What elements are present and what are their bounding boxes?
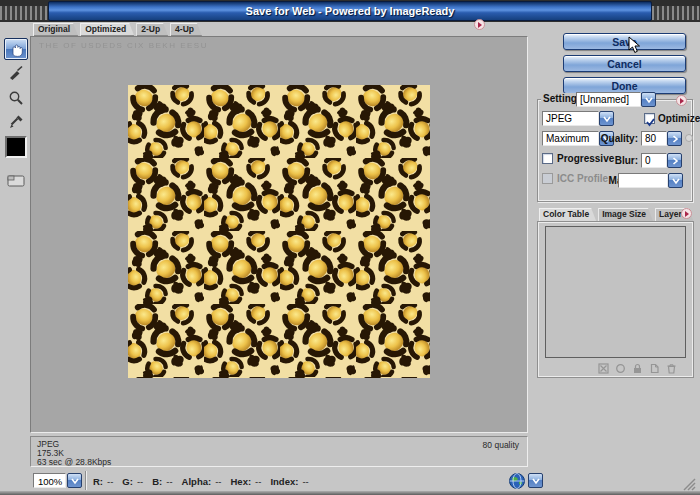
progressive-checkbox[interactable] [542, 153, 553, 164]
compression-field[interactable]: Maximum [542, 131, 599, 146]
watermark-text: THE OF USDEDS CIX BEKH EESU [39, 41, 208, 50]
chevron-right-icon [670, 134, 680, 144]
readout-label-alpha: Alpha: [182, 476, 212, 487]
quality-field[interactable]: 80 [641, 131, 667, 146]
chevron-down-icon [531, 476, 541, 486]
slice-select-tool-button[interactable] [4, 62, 28, 84]
palette-menu-button[interactable] [681, 208, 692, 219]
cursor-arrow-icon [628, 36, 642, 54]
zoom-level-dropdown-button[interactable] [67, 473, 82, 488]
settings-menu-button[interactable] [676, 95, 687, 106]
web-shift-icon[interactable] [615, 363, 626, 374]
window-frame: Save for Web - Powered by ImageReady [0, 0, 700, 22]
menu-arrow-icon [680, 98, 684, 104]
color-readout-bar: R:-- G:-- B:-- Alpha:-- Hex:-- Index:-- [93, 476, 309, 487]
view-tab-row: Original Optimized 2-Up 4-Up [33, 23, 202, 36]
zoom-tool-button[interactable] [4, 87, 28, 109]
chevron-down-icon [671, 176, 681, 186]
fill-color-swatch[interactable] [5, 136, 27, 158]
format-dropdown-button[interactable] [599, 111, 614, 126]
eyedropper-icon [8, 114, 24, 130]
window-grip-right [652, 6, 700, 20]
status-quality: 80 quality [483, 440, 519, 450]
checkmark-icon [645, 117, 656, 128]
color-table-area[interactable] [545, 226, 686, 358]
readout-label-g: G: [122, 476, 133, 487]
readout-value-b: -- [166, 476, 172, 487]
bottom-bar-divider [85, 471, 87, 490]
quality-slider-button[interactable] [667, 131, 682, 146]
icc-profile-checkbox [542, 173, 553, 184]
preview-menu-button[interactable] [474, 19, 485, 30]
matte-dropdown-button[interactable] [668, 173, 683, 188]
readout-value-index: -- [302, 476, 308, 487]
quality-label: Quality: [596, 133, 638, 144]
chevron-down-icon [644, 95, 654, 105]
color-table-toolbar [598, 363, 677, 374]
blur-slider-button[interactable] [667, 153, 682, 168]
settings-group: Settings: [Unnamed] JPEG Optimized Maxim… [537, 99, 693, 202]
menu-arrow-icon [478, 22, 482, 28]
window-title: Save for Web - Powered by ImageReady [246, 5, 455, 17]
toggle-slices-button[interactable] [4, 170, 28, 192]
optimized-label: Optimized [658, 113, 700, 124]
tab-optimized[interactable]: Optimized [80, 23, 134, 36]
readout-label-b: B: [152, 476, 162, 487]
delete-color-icon[interactable] [666, 363, 677, 374]
chevron-down-icon [602, 114, 612, 124]
web-snap-icon[interactable] [598, 363, 609, 374]
readout-label-index: Index: [270, 476, 298, 487]
eyedropper-tool-button[interactable] [4, 111, 28, 133]
chevron-right-icon [670, 156, 680, 166]
zoom-level-field[interactable]: 100% [33, 473, 66, 488]
readout-label-hex: Hex: [231, 476, 252, 487]
quality-option-icon [685, 134, 693, 142]
hand-icon [8, 41, 24, 57]
slice-select-icon [8, 65, 24, 81]
readout-value-hex: -- [255, 476, 261, 487]
resize-grip-icon [678, 473, 696, 491]
matte-field[interactable] [618, 173, 668, 188]
readout-value-alpha: -- [215, 476, 221, 487]
readout-value-r: -- [107, 476, 113, 487]
tab-image-size[interactable]: Image Size [598, 208, 653, 221]
settings-preset-field[interactable]: [Unnamed] [576, 92, 641, 107]
window-grip-left [0, 6, 48, 20]
tab-4up[interactable]: 4-Up [170, 23, 202, 36]
save-button[interactable]: Save [563, 33, 686, 50]
tab-2up[interactable]: 2-Up [136, 23, 168, 36]
menu-arrow-icon [685, 211, 689, 217]
window-bottom-edge [0, 491, 700, 495]
blur-field[interactable]: 0 [641, 153, 667, 168]
chevron-down-icon [70, 476, 80, 486]
tab-color-table[interactable]: Color Table [539, 208, 596, 221]
optimized-checkbox[interactable] [644, 113, 655, 124]
hand-tool-button[interactable] [4, 38, 28, 60]
preview-in-browser-button[interactable] [507, 471, 527, 491]
title-bar[interactable]: Save for Web - Powered by ImageReady [48, 1, 652, 21]
optimize-info-panel: JPEG 175.3K 63 sec @ 28.8Kbps 80 quality [30, 436, 528, 467]
lock-color-icon[interactable] [632, 363, 643, 374]
slices-visibility-icon [7, 175, 25, 187]
status-download-time: 63 sec @ 28.8Kbps [37, 458, 111, 467]
browser-select-dropdown-button[interactable] [528, 473, 543, 488]
color-table-panel [537, 221, 694, 378]
blur-label: Blur: [596, 155, 638, 166]
format-field[interactable]: JPEG [542, 111, 599, 126]
readout-value-g: -- [137, 476, 143, 487]
cancel-button[interactable]: Cancel [563, 55, 686, 72]
browser-globe-icon [508, 472, 526, 490]
new-color-icon[interactable] [649, 363, 660, 374]
optimized-image-preview[interactable] [128, 85, 430, 378]
palette-tab-row: Color Table Image Size Layers [539, 208, 693, 221]
magnifier-icon [8, 90, 24, 106]
tab-original[interactable]: Original [33, 23, 78, 36]
preview-canvas[interactable]: THE OF USDEDS CIX BEKH EESU [30, 36, 528, 433]
settings-preset-dropdown-button[interactable] [641, 92, 656, 107]
readout-label-r: R: [93, 476, 103, 487]
